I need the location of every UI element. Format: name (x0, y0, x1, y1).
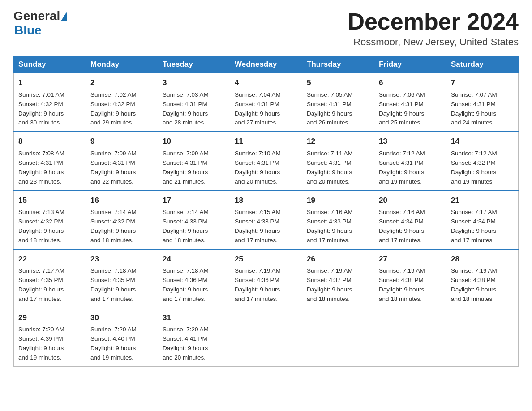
day-of-week-header: Tuesday (158, 56, 230, 73)
calendar-day-cell: 5 Sunrise: 7:05 AM Sunset: 4:31 PM Dayli… (302, 73, 374, 132)
day-info: Sunrise: 7:14 AM Sunset: 4:32 PM Dayligh… (90, 209, 137, 244)
day-of-week-header: Monday (86, 56, 158, 73)
day-number: 16 (90, 195, 153, 206)
calendar-day-cell (374, 308, 446, 367)
day-number: 28 (451, 253, 514, 265)
calendar-day-cell: 9 Sunrise: 7:09 AM Sunset: 4:31 PM Dayli… (86, 132, 158, 190)
day-number: 27 (379, 253, 442, 265)
day-number: 11 (235, 136, 297, 147)
calendar-day-cell: 28 Sunrise: 7:19 AM Sunset: 4:38 PM Dayl… (446, 249, 519, 308)
day-info: Sunrise: 7:19 AM Sunset: 4:37 PM Dayligh… (307, 267, 353, 302)
day-number: 24 (163, 253, 225, 265)
day-info: Sunrise: 7:19 AM Sunset: 4:38 PM Dayligh… (451, 267, 497, 302)
calendar-day-cell: 16 Sunrise: 7:14 AM Sunset: 4:32 PM Dayl… (86, 191, 158, 249)
day-info: Sunrise: 7:16 AM Sunset: 4:34 PM Dayligh… (379, 209, 425, 244)
day-info: Sunrise: 7:12 AM Sunset: 4:31 PM Dayligh… (379, 150, 425, 185)
day-number: 6 (379, 77, 442, 89)
day-info: Sunrise: 7:17 AM Sunset: 4:34 PM Dayligh… (451, 209, 497, 244)
calendar-week-row: 22 Sunrise: 7:17 AM Sunset: 4:35 PM Dayl… (14, 249, 519, 308)
calendar-week-row: 15 Sunrise: 7:13 AM Sunset: 4:32 PM Dayl… (14, 191, 519, 249)
logo-triangle-icon (61, 11, 67, 21)
day-number: 23 (90, 253, 153, 265)
logo: General Blue (13, 9, 68, 38)
calendar-day-cell: 31 Sunrise: 7:20 AM Sunset: 4:41 PM Dayl… (158, 308, 230, 367)
day-number: 2 (90, 77, 153, 89)
calendar-day-cell: 22 Sunrise: 7:17 AM Sunset: 4:35 PM Dayl… (14, 249, 86, 308)
day-number: 18 (235, 195, 297, 206)
calendar-day-cell: 19 Sunrise: 7:16 AM Sunset: 4:33 PM Dayl… (302, 191, 374, 249)
day-number: 10 (163, 136, 225, 147)
calendar-day-cell: 24 Sunrise: 7:18 AM Sunset: 4:36 PM Dayl… (158, 249, 230, 308)
calendar-day-cell: 17 Sunrise: 7:14 AM Sunset: 4:33 PM Dayl… (158, 191, 230, 249)
day-number: 29 (18, 312, 81, 324)
title-block: December 2024 Rossmoor, New Jersey, Unit… (348, 9, 519, 48)
day-info: Sunrise: 7:09 AM Sunset: 4:31 PM Dayligh… (90, 150, 137, 185)
calendar-day-cell: 23 Sunrise: 7:18 AM Sunset: 4:35 PM Dayl… (86, 249, 158, 308)
day-of-week-header: Saturday (446, 56, 519, 73)
day-number: 15 (18, 195, 81, 206)
calendar-day-cell: 21 Sunrise: 7:17 AM Sunset: 4:34 PM Dayl… (446, 191, 519, 249)
calendar-day-cell: 15 Sunrise: 7:13 AM Sunset: 4:32 PM Dayl… (14, 191, 86, 249)
logo-blue-text: Blue (13, 23, 42, 38)
day-info: Sunrise: 7:14 AM Sunset: 4:33 PM Dayligh… (163, 209, 209, 244)
day-info: Sunrise: 7:16 AM Sunset: 4:33 PM Dayligh… (307, 209, 353, 244)
day-info: Sunrise: 7:08 AM Sunset: 4:31 PM Dayligh… (18, 150, 64, 185)
day-info: Sunrise: 7:12 AM Sunset: 4:32 PM Dayligh… (451, 150, 497, 185)
month-title: December 2024 (348, 9, 519, 34)
day-number: 30 (90, 312, 153, 324)
calendar-week-row: 29 Sunrise: 7:20 AM Sunset: 4:39 PM Dayl… (14, 308, 519, 367)
calendar-day-cell: 18 Sunrise: 7:15 AM Sunset: 4:33 PM Dayl… (230, 191, 302, 249)
calendar-day-cell: 11 Sunrise: 7:10 AM Sunset: 4:31 PM Dayl… (230, 132, 302, 190)
day-number: 1 (18, 77, 81, 89)
calendar-day-cell: 7 Sunrise: 7:07 AM Sunset: 4:31 PM Dayli… (446, 73, 519, 132)
logo-text: General (13, 9, 68, 23)
header-row: SundayMondayTuesdayWednesdayThursdayFrid… (14, 56, 519, 73)
day-number: 12 (307, 136, 369, 147)
day-info: Sunrise: 7:19 AM Sunset: 4:36 PM Dayligh… (235, 267, 281, 302)
calendar-day-cell: 20 Sunrise: 7:16 AM Sunset: 4:34 PM Dayl… (374, 191, 446, 249)
calendar-day-cell (230, 308, 302, 367)
day-info: Sunrise: 7:03 AM Sunset: 4:31 PM Dayligh… (163, 91, 209, 126)
calendar-day-cell: 4 Sunrise: 7:04 AM Sunset: 4:31 PM Dayli… (230, 73, 302, 132)
day-info: Sunrise: 7:11 AM Sunset: 4:31 PM Dayligh… (307, 150, 353, 185)
day-info: Sunrise: 7:20 AM Sunset: 4:39 PM Dayligh… (18, 326, 64, 361)
calendar-week-row: 8 Sunrise: 7:08 AM Sunset: 4:31 PM Dayli… (14, 132, 519, 190)
day-info: Sunrise: 7:09 AM Sunset: 4:31 PM Dayligh… (163, 150, 209, 185)
day-number: 22 (18, 253, 81, 265)
calendar-day-cell: 25 Sunrise: 7:19 AM Sunset: 4:36 PM Dayl… (230, 249, 302, 308)
calendar-day-cell: 13 Sunrise: 7:12 AM Sunset: 4:31 PM Dayl… (374, 132, 446, 190)
day-info: Sunrise: 7:04 AM Sunset: 4:31 PM Dayligh… (235, 91, 281, 126)
day-info: Sunrise: 7:17 AM Sunset: 4:35 PM Dayligh… (18, 267, 64, 302)
calendar-day-cell (446, 308, 519, 367)
page-header: General Blue December 2024 Rossmoor, New… (13, 9, 519, 48)
day-info: Sunrise: 7:06 AM Sunset: 4:31 PM Dayligh… (379, 91, 425, 126)
day-info: Sunrise: 7:20 AM Sunset: 4:41 PM Dayligh… (163, 326, 209, 361)
day-info: Sunrise: 7:18 AM Sunset: 4:36 PM Dayligh… (163, 267, 209, 302)
calendar-day-cell: 29 Sunrise: 7:20 AM Sunset: 4:39 PM Dayl… (14, 308, 86, 367)
day-number: 26 (307, 253, 369, 265)
day-number: 4 (235, 77, 297, 89)
day-of-week-header: Sunday (14, 56, 86, 73)
calendar-day-cell: 26 Sunrise: 7:19 AM Sunset: 4:37 PM Dayl… (302, 249, 374, 308)
calendar-day-cell: 2 Sunrise: 7:02 AM Sunset: 4:32 PM Dayli… (86, 73, 158, 132)
day-number: 14 (451, 136, 514, 147)
day-info: Sunrise: 7:18 AM Sunset: 4:35 PM Dayligh… (90, 267, 137, 302)
calendar-day-cell (302, 308, 374, 367)
day-info: Sunrise: 7:01 AM Sunset: 4:32 PM Dayligh… (18, 91, 64, 126)
calendar-day-cell: 14 Sunrise: 7:12 AM Sunset: 4:32 PM Dayl… (446, 132, 519, 190)
day-info: Sunrise: 7:20 AM Sunset: 4:40 PM Dayligh… (90, 326, 137, 361)
day-info: Sunrise: 7:15 AM Sunset: 4:33 PM Dayligh… (235, 209, 281, 244)
day-number: 7 (451, 77, 514, 89)
day-number: 25 (235, 253, 297, 265)
day-info: Sunrise: 7:10 AM Sunset: 4:31 PM Dayligh… (235, 150, 281, 185)
calendar-week-row: 1 Sunrise: 7:01 AM Sunset: 4:32 PM Dayli… (14, 73, 519, 132)
day-of-week-header: Wednesday (230, 56, 302, 73)
calendar-day-cell: 6 Sunrise: 7:06 AM Sunset: 4:31 PM Dayli… (374, 73, 446, 132)
day-number: 3 (163, 77, 225, 89)
day-number: 17 (163, 195, 225, 206)
calendar-day-cell: 1 Sunrise: 7:01 AM Sunset: 4:32 PM Dayli… (14, 73, 86, 132)
calendar-day-cell: 12 Sunrise: 7:11 AM Sunset: 4:31 PM Dayl… (302, 132, 374, 190)
day-info: Sunrise: 7:02 AM Sunset: 4:32 PM Dayligh… (90, 91, 137, 126)
calendar-header: SundayMondayTuesdayWednesdayThursdayFrid… (14, 56, 519, 73)
day-info: Sunrise: 7:13 AM Sunset: 4:32 PM Dayligh… (18, 209, 64, 244)
